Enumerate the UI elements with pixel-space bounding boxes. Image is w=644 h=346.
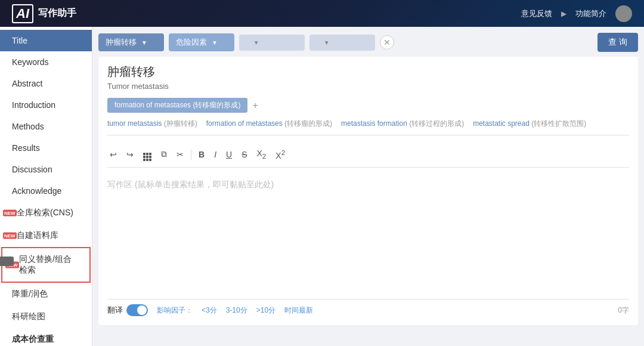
sidebar-item-synonym-search[interactable]: NEW 同义替换/组合检索 [1, 247, 91, 283]
related-term-4[interactable]: metastatic spread (转移性扩散范围) [473, 119, 586, 129]
sidebar-item-results[interactable]: Results [0, 137, 92, 159]
badge-new-full-search: NEW [3, 210, 17, 217]
clear-search-button[interactable]: ✕ [380, 35, 394, 50]
header: AI 写作助手 意见反馈 ▶ 功能简介 [0, 0, 644, 27]
filter-3-10[interactable]: 3-10分 [226, 305, 247, 316]
sidebar-item-abstract[interactable]: Abstract [0, 73, 92, 94]
search-dropdown-2[interactable]: 危险因素 ▼ [169, 33, 234, 51]
strikethrough-button[interactable]: S [239, 149, 249, 160]
sidebar-item-discussion[interactable]: Discussion [0, 159, 92, 180]
avatar[interactable] [615, 5, 632, 22]
editor-placeholder: 写作区 (鼠标单击搜索结果，即可黏贴至此处) [107, 180, 274, 189]
sidebar-item-methods[interactable]: Methods [0, 116, 92, 137]
sidebar-item-keywords[interactable]: Keywords [0, 51, 92, 73]
selected-tag[interactable]: formation of metastases (转移瘤的形成) [107, 98, 247, 113]
superscript-button[interactable]: X2 [273, 147, 287, 162]
toolbar-separator [191, 149, 191, 160]
bold-button[interactable]: B [196, 149, 207, 160]
copy-button[interactable]: ⧉ [159, 148, 169, 160]
add-tag-button[interactable]: + [252, 100, 258, 111]
related-term-2[interactable]: formation of metastases (转移瘤的形成) [206, 119, 332, 129]
logo-ai-text: AI [12, 4, 33, 23]
translate-label: 翻译 [107, 305, 123, 316]
undo-button[interactable]: ↩ [107, 149, 119, 160]
nav-feedback[interactable]: 意见反馈 [521, 8, 552, 19]
filter-latest[interactable]: 时间最新 [284, 305, 313, 316]
filter-gt10[interactable]: >10分 [256, 305, 275, 316]
translate-toggle-switch[interactable] [126, 304, 148, 316]
tags-area: formation of metastases (转移瘤的形成) + [107, 98, 629, 113]
subscript-button[interactable]: X2 [254, 147, 268, 161]
filter-lt3[interactable]: <3分 [202, 305, 217, 316]
search-dropdown-1[interactable]: 肿瘤转移 ▼ [98, 33, 164, 51]
sidebar-item-acknowledge[interactable]: Acknowledge [0, 180, 92, 202]
logo: AI 写作助手 [12, 4, 76, 23]
filter-impact-label: 影响因子： [157, 305, 193, 316]
close-icon: ✕ [383, 38, 391, 47]
related-term-1[interactable]: tumor metastasis (肿瘤转移) [107, 119, 197, 129]
editor-toolbar: ↩ ↪ ⧉ ✂ B I U S X2 X2 [107, 141, 629, 168]
italic-button[interactable]: I [212, 149, 219, 160]
sidebar-item-full-search[interactable]: NEW 全库检索(CNS) [0, 202, 92, 224]
nav-arrow: ▶ [561, 10, 566, 18]
chevron-down-icon-2: ▼ [212, 39, 218, 46]
editor-area[interactable]: 写作区 (鼠标单击搜索结果，即可黏贴至此处) [107, 174, 629, 293]
sidebar-item-introduction[interactable]: Introduction [0, 94, 92, 116]
content-area: 肿瘤转移 ▼ 危险因素 ▼ ▼ ▼ ✕ 查 询 肿瘤转移 Tumor [92, 27, 644, 346]
header-nav: 意见反馈 ▶ 功能简介 [521, 5, 632, 22]
nav-intro[interactable]: 功能简介 [575, 8, 606, 19]
sidebar-item-tone[interactable]: 降重/润色 [0, 283, 92, 305]
grid-icon [143, 153, 151, 161]
chevron-down-icon-3: ▼ [253, 39, 259, 46]
redo-button[interactable]: ↪ [124, 149, 136, 160]
related-term-3[interactable]: metastasis formation (转移过程的形成) [341, 119, 464, 129]
grid-icon-button[interactable] [141, 146, 154, 162]
word-count: 0字 [618, 305, 629, 316]
search-bar: 肿瘤转移 ▼ 危险因素 ▼ ▼ ▼ ✕ 查 询 [98, 33, 638, 52]
search-dropdown-3[interactable]: ▼ [239, 35, 305, 51]
sidebar-item-cost-check[interactable]: 成本价查重 [0, 328, 92, 346]
sidebar-item-chart[interactable]: 科研绘图 [0, 305, 92, 328]
result-subtitle: Tumor metastasis [107, 82, 629, 91]
close-function-button[interactable]: 点击关闭功能 [0, 257, 14, 266]
search-dropdown-4[interactable]: ▼ [309, 35, 375, 51]
sidebar-item-custom-corpus[interactable]: NEW 自建语料库 [0, 224, 92, 247]
translate-toggle: 翻译 [107, 304, 148, 316]
cut-button[interactable]: ✂ [174, 149, 186, 160]
sidebar-item-title[interactable]: Title [0, 30, 92, 51]
chevron-down-icon-1: ▼ [141, 39, 147, 46]
main-container: Title Keywords Abstract Introduction Met… [0, 27, 644, 346]
result-title: 肿瘤转移 [107, 64, 629, 80]
bottom-bar: 翻译 影响因子： <3分 3-10分 >10分 时间最新 0字 [107, 299, 629, 316]
logo-app-name: 写作助手 [38, 7, 76, 20]
underline-button[interactable]: U [224, 149, 234, 160]
chevron-down-icon-4: ▼ [324, 39, 330, 46]
related-terms: tumor metastasis (肿瘤转移) formation of met… [107, 119, 629, 135]
result-box: 肿瘤转移 Tumor metastasis formation of metas… [98, 57, 638, 325]
sidebar: Title Keywords Abstract Introduction Met… [0, 27, 92, 346]
query-button[interactable]: 查 询 [597, 33, 638, 52]
badge-new-custom-corpus: NEW [3, 233, 17, 239]
